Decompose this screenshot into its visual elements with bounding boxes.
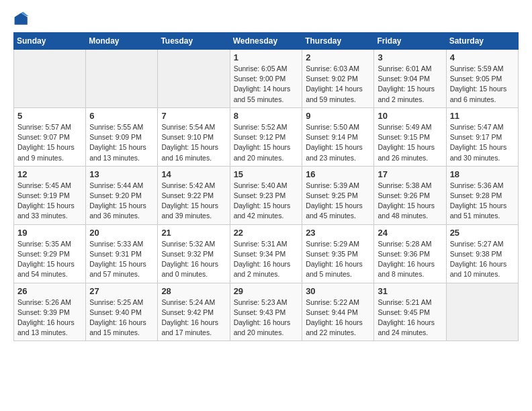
day-number: 23 <box>306 228 370 238</box>
day-info: Sunrise: 5:24 AMSunset: 9:42 PMDaylight:… <box>161 298 226 338</box>
calendar-week-row: 12Sunrise: 5:45 AMSunset: 9:19 PMDayligh… <box>14 166 519 224</box>
day-number: 26 <box>17 286 82 296</box>
weekday-header-saturday: Saturday <box>446 33 518 50</box>
day-info: Sunrise: 5:22 AMSunset: 9:44 PMDaylight:… <box>306 298 370 338</box>
day-number: 8 <box>234 111 299 121</box>
day-number: 31 <box>378 286 442 296</box>
day-number: 12 <box>17 169 82 179</box>
day-info: Sunrise: 5:36 AMSunset: 9:28 PMDaylight:… <box>450 181 515 222</box>
day-info: Sunrise: 6:03 AMSunset: 9:02 PMDaylight:… <box>306 64 370 105</box>
day-number: 1 <box>234 52 299 62</box>
calendar-cell <box>446 283 518 341</box>
calendar-cell: 30Sunrise: 5:22 AMSunset: 9:44 PMDayligh… <box>302 283 374 341</box>
calendar-cell: 31Sunrise: 5:21 AMSunset: 9:45 PMDayligh… <box>374 283 446 341</box>
day-info: Sunrise: 6:01 AMSunset: 9:04 PMDaylight:… <box>378 64 442 105</box>
day-number: 10 <box>378 111 442 121</box>
day-number: 14 <box>161 169 226 179</box>
calendar-cell: 27Sunrise: 5:25 AMSunset: 9:40 PMDayligh… <box>86 283 158 341</box>
calendar-week-row: 19Sunrise: 5:35 AMSunset: 9:29 PMDayligh… <box>14 224 519 283</box>
calendar-cell: 7Sunrise: 5:54 AMSunset: 9:10 PMDaylight… <box>158 107 230 166</box>
calendar-cell <box>14 50 86 108</box>
calendar-cell: 1Sunrise: 6:05 AMSunset: 9:00 PMDaylight… <box>230 50 302 108</box>
day-number: 11 <box>450 111 515 121</box>
day-info: Sunrise: 5:33 AMSunset: 9:31 PMDaylight:… <box>89 239 154 280</box>
day-number: 7 <box>161 111 226 121</box>
calendar-cell: 8Sunrise: 5:52 AMSunset: 9:12 PMDaylight… <box>230 107 302 166</box>
day-info: Sunrise: 5:55 AMSunset: 9:09 PMDaylight:… <box>89 122 154 163</box>
calendar-cell: 21Sunrise: 5:32 AMSunset: 9:32 PMDayligh… <box>158 224 230 283</box>
weekday-header-sunday: Sunday <box>14 33 86 50</box>
calendar-cell <box>86 50 158 108</box>
day-number: 4 <box>450 52 515 62</box>
calendar-week-row: 1Sunrise: 6:05 AMSunset: 9:00 PMDaylight… <box>14 50 519 108</box>
weekday-header-friday: Friday <box>374 33 446 50</box>
day-info: Sunrise: 5:23 AMSunset: 9:43 PMDaylight:… <box>234 298 299 338</box>
page-header <box>13 11 519 27</box>
calendar-cell: 22Sunrise: 5:31 AMSunset: 9:34 PMDayligh… <box>230 224 302 283</box>
calendar-cell: 18Sunrise: 5:36 AMSunset: 9:28 PMDayligh… <box>446 166 518 224</box>
calendar-week-row: 26Sunrise: 5:26 AMSunset: 9:39 PMDayligh… <box>14 283 519 341</box>
day-number: 18 <box>450 169 515 179</box>
logo <box>13 11 32 27</box>
calendar-cell: 29Sunrise: 5:23 AMSunset: 9:43 PMDayligh… <box>230 283 302 341</box>
day-info: Sunrise: 5:26 AMSunset: 9:39 PMDaylight:… <box>17 298 82 338</box>
day-number: 17 <box>378 169 442 179</box>
day-info: Sunrise: 5:40 AMSunset: 9:23 PMDaylight:… <box>234 181 299 222</box>
day-info: Sunrise: 5:50 AMSunset: 9:14 PMDaylight:… <box>306 122 370 163</box>
calendar-cell: 20Sunrise: 5:33 AMSunset: 9:31 PMDayligh… <box>86 224 158 283</box>
day-info: Sunrise: 5:49 AMSunset: 9:15 PMDaylight:… <box>378 122 442 163</box>
calendar-cell: 19Sunrise: 5:35 AMSunset: 9:29 PMDayligh… <box>14 224 86 283</box>
day-info: Sunrise: 5:47 AMSunset: 9:17 PMDaylight:… <box>450 122 515 163</box>
day-info: Sunrise: 5:42 AMSunset: 9:22 PMDaylight:… <box>161 181 226 222</box>
day-info: Sunrise: 5:59 AMSunset: 9:05 PMDaylight:… <box>450 64 515 105</box>
day-info: Sunrise: 5:44 AMSunset: 9:20 PMDaylight:… <box>89 181 154 222</box>
calendar-cell: 2Sunrise: 6:03 AMSunset: 9:02 PMDaylight… <box>302 50 374 108</box>
day-number: 9 <box>306 111 370 121</box>
day-info: Sunrise: 5:45 AMSunset: 9:19 PMDaylight:… <box>17 181 82 222</box>
day-info: Sunrise: 5:32 AMSunset: 9:32 PMDaylight:… <box>161 239 226 280</box>
day-number: 25 <box>450 228 515 238</box>
logo-icon <box>13 11 30 27</box>
calendar-cell: 16Sunrise: 5:39 AMSunset: 9:25 PMDayligh… <box>302 166 374 224</box>
day-number: 28 <box>161 286 226 296</box>
day-number: 5 <box>17 111 82 121</box>
day-number: 3 <box>378 52 442 62</box>
calendar-cell: 5Sunrise: 5:57 AMSunset: 9:07 PMDaylight… <box>14 107 86 166</box>
day-info: Sunrise: 5:52 AMSunset: 9:12 PMDaylight:… <box>234 122 299 163</box>
day-info: Sunrise: 5:57 AMSunset: 9:07 PMDaylight:… <box>17 122 82 163</box>
calendar-cell: 9Sunrise: 5:50 AMSunset: 9:14 PMDaylight… <box>302 107 374 166</box>
day-number: 15 <box>234 169 299 179</box>
day-info: Sunrise: 5:54 AMSunset: 9:10 PMDaylight:… <box>161 122 226 163</box>
day-info: Sunrise: 5:38 AMSunset: 9:26 PMDaylight:… <box>378 181 442 222</box>
day-number: 2 <box>306 52 370 62</box>
day-info: Sunrise: 5:31 AMSunset: 9:34 PMDaylight:… <box>234 239 299 280</box>
weekday-header-row: SundayMondayTuesdayWednesdayThursdayFrid… <box>14 33 519 50</box>
calendar-cell: 3Sunrise: 6:01 AMSunset: 9:04 PMDaylight… <box>374 50 446 108</box>
calendar-week-row: 5Sunrise: 5:57 AMSunset: 9:07 PMDaylight… <box>14 107 519 166</box>
day-number: 24 <box>378 228 442 238</box>
weekday-header-tuesday: Tuesday <box>158 33 230 50</box>
day-number: 6 <box>89 111 154 121</box>
calendar-cell: 12Sunrise: 5:45 AMSunset: 9:19 PMDayligh… <box>14 166 86 224</box>
day-info: Sunrise: 5:35 AMSunset: 9:29 PMDaylight:… <box>17 239 82 280</box>
day-info: Sunrise: 6:05 AMSunset: 9:00 PMDaylight:… <box>234 64 299 105</box>
calendar-cell: 23Sunrise: 5:29 AMSunset: 9:35 PMDayligh… <box>302 224 374 283</box>
day-info: Sunrise: 5:21 AMSunset: 9:45 PMDaylight:… <box>378 298 442 338</box>
day-number: 27 <box>89 286 154 296</box>
weekday-header-monday: Monday <box>86 33 158 50</box>
calendar-table: SundayMondayTuesdayWednesdayThursdayFrid… <box>13 32 519 341</box>
calendar-cell: 4Sunrise: 5:59 AMSunset: 9:05 PMDaylight… <box>446 50 518 108</box>
day-info: Sunrise: 5:29 AMSunset: 9:35 PMDaylight:… <box>306 239 370 280</box>
day-info: Sunrise: 5:28 AMSunset: 9:36 PMDaylight:… <box>378 239 442 280</box>
calendar-cell: 11Sunrise: 5:47 AMSunset: 9:17 PMDayligh… <box>446 107 518 166</box>
day-info: Sunrise: 5:39 AMSunset: 9:25 PMDaylight:… <box>306 181 370 222</box>
weekday-header-thursday: Thursday <box>302 33 374 50</box>
calendar-cell: 25Sunrise: 5:27 AMSunset: 9:38 PMDayligh… <box>446 224 518 283</box>
day-info: Sunrise: 5:25 AMSunset: 9:40 PMDaylight:… <box>89 298 154 338</box>
calendar-cell: 24Sunrise: 5:28 AMSunset: 9:36 PMDayligh… <box>374 224 446 283</box>
calendar-cell: 15Sunrise: 5:40 AMSunset: 9:23 PMDayligh… <box>230 166 302 224</box>
calendar-cell: 17Sunrise: 5:38 AMSunset: 9:26 PMDayligh… <box>374 166 446 224</box>
calendar-cell: 14Sunrise: 5:42 AMSunset: 9:22 PMDayligh… <box>158 166 230 224</box>
day-number: 20 <box>89 228 154 238</box>
calendar-cell: 10Sunrise: 5:49 AMSunset: 9:15 PMDayligh… <box>374 107 446 166</box>
